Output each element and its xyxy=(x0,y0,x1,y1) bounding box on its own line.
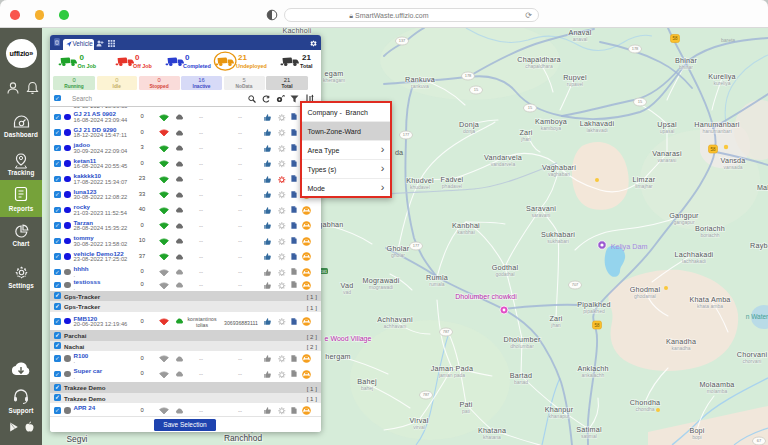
svg-text:godathal: godathal xyxy=(495,271,514,277)
svg-text:jhari: jhari xyxy=(550,322,560,328)
svg-text:khatana: khatana xyxy=(483,434,501,440)
svg-text:Zari: Zari xyxy=(519,128,532,137)
svg-text:15: 15 xyxy=(474,87,479,92)
svg-text:upasal: upasal xyxy=(660,128,675,134)
svg-text:jhari: jhari xyxy=(520,136,530,142)
svg-text:58: 58 xyxy=(672,36,678,41)
svg-text:Vaghabari: Vaghabari xyxy=(542,163,576,172)
svg-text:Gangpur: Gangpur xyxy=(669,211,699,220)
svg-text:Zari: Zari xyxy=(549,314,562,323)
svg-text:15: 15 xyxy=(528,105,533,110)
svg-text:Bopi: Bopi xyxy=(689,426,704,435)
svg-text:707: 707 xyxy=(572,282,579,287)
svg-text:Khatana: Khatana xyxy=(478,426,506,435)
svg-text:donja: donja xyxy=(463,128,475,134)
svg-text:pipalkhed: pipalkhed xyxy=(583,308,605,314)
svg-text:mograwadi: mograwadi xyxy=(369,284,393,290)
svg-text:Keliya Dam: Keliya Dam xyxy=(611,242,648,251)
svg-text:Limzar: Limzar xyxy=(633,175,656,184)
svg-text:Chorvani: Chorvani xyxy=(737,350,768,359)
svg-text:Khanpur: Khanpur xyxy=(545,405,574,414)
svg-text:khudavel: khudavel xyxy=(410,184,430,190)
svg-text:137: 137 xyxy=(399,38,406,43)
svg-text:vaghabari: vaghabari xyxy=(548,171,570,177)
svg-text:Dholumber chowkdi: Dholumber chowkdi xyxy=(455,293,517,300)
svg-text:khanapur: khanapur xyxy=(549,413,570,419)
svg-text:787: 787 xyxy=(423,392,430,397)
svg-text:178: 178 xyxy=(632,46,639,51)
svg-text:e Wood Village: e Wood Village xyxy=(325,335,372,343)
svg-text:hanumanbari: hanumanbari xyxy=(702,128,731,134)
svg-text:hergam: hergam xyxy=(325,352,351,361)
svg-text:67: 67 xyxy=(757,438,762,443)
svg-text:Anaval: Anaval xyxy=(568,28,591,37)
svg-text:rumala: rumala xyxy=(429,281,445,287)
svg-text:Lachhakadi: Lachhakadi xyxy=(675,250,714,259)
svg-text:Bhinar: Bhinar xyxy=(675,56,697,65)
svg-text:Kanadha: Kanadha xyxy=(666,337,696,346)
svg-text:Virval: Virval xyxy=(409,416,428,425)
svg-text:Chapaldhara: Chapaldhara xyxy=(517,55,560,64)
svg-text:egam: egam xyxy=(325,69,344,78)
svg-text:Gholar: Gholar xyxy=(387,244,410,253)
svg-text:Bahej: Bahej xyxy=(357,377,377,386)
svg-text:satimal: satimal xyxy=(581,433,597,439)
svg-text:pati: pati xyxy=(462,408,470,414)
svg-text:177: 177 xyxy=(413,243,420,248)
svg-text:chorvani: chorvani xyxy=(743,358,762,364)
svg-text:vansada: vansada xyxy=(724,164,743,170)
svg-text:Khata Amba: Khata Amba xyxy=(689,295,730,304)
svg-text:kanadha: kanadha xyxy=(671,345,690,351)
svg-text:Khudvel: Khudvel xyxy=(406,176,434,185)
svg-text:Rankuva: Rankuva xyxy=(405,75,435,84)
svg-text:Fadvel: Fadvel xyxy=(441,175,464,184)
svg-text:phadavel: phadavel xyxy=(442,183,462,189)
svg-text:bahej: bahej xyxy=(361,385,373,391)
svg-text:khata amba: khata amba xyxy=(697,303,723,309)
svg-text:vandarvela: vandarvela xyxy=(491,161,516,167)
svg-text:boriachh: boriachh xyxy=(700,232,719,238)
svg-text:Ghodmal: Ghodmal xyxy=(630,285,661,294)
svg-text:saravani: saravani xyxy=(532,212,551,218)
svg-text:bopi: bopi xyxy=(692,434,701,440)
svg-text:ankalachh: ankalachh xyxy=(582,372,605,378)
svg-text:Pati: Pati xyxy=(459,400,472,409)
svg-text:Mal: Mal xyxy=(757,183,768,192)
svg-text:Rumla: Rumla xyxy=(426,273,448,282)
svg-text:n Water: n Water xyxy=(746,313,768,320)
svg-text:rankuva: rankuva xyxy=(411,83,429,89)
svg-text:lachhakadi: lachhakadi xyxy=(682,258,706,264)
svg-text:Dholumber: Dholumber xyxy=(504,335,541,344)
svg-text:bhinar: bhinar xyxy=(679,64,693,70)
svg-text:Satimal: Satimal xyxy=(576,425,602,434)
svg-text:achhavani: achhavani xyxy=(384,323,407,329)
svg-text:Saravani: Saravani xyxy=(526,204,556,213)
svg-text:181: 181 xyxy=(321,270,327,274)
svg-text:limajhar: limajhar xyxy=(635,183,653,189)
svg-text:Anklachh: Anklachh xyxy=(577,364,608,373)
svg-text:ghodamal: ghodamal xyxy=(634,293,656,299)
svg-text:anaval: anaval xyxy=(573,36,588,42)
svg-text:kanbhai: kanbhai xyxy=(457,229,475,235)
svg-text:vad: vad xyxy=(343,289,351,295)
svg-text:15: 15 xyxy=(638,99,643,104)
svg-text:kureliya: kureliya xyxy=(713,80,730,86)
svg-text:Donja: Donja xyxy=(459,120,479,129)
svg-text:molamba: molamba xyxy=(707,388,728,394)
svg-text:rupavel: rupavel xyxy=(567,81,583,87)
svg-text:Upsal: Upsal xyxy=(657,120,677,129)
svg-text:da: da xyxy=(395,148,403,157)
svg-text:dholumbar: dholumbar xyxy=(510,343,534,349)
svg-text:chapaldhara: chapaldhara xyxy=(525,63,553,69)
svg-text:Godthal: Godthal xyxy=(492,263,519,272)
svg-text:Kachholi: Kachholi xyxy=(282,28,311,35)
svg-text:Sukhabari: Sukhabari xyxy=(541,230,575,239)
svg-text:Mograwadi: Mograwadi xyxy=(363,276,400,285)
svg-text:Achhavani: Achhavani xyxy=(377,315,413,324)
svg-text:Pipalkhed: Pipalkhed xyxy=(577,300,610,309)
svg-text:Boriachh: Boriachh xyxy=(695,224,725,233)
svg-text:Bartad: Bartad xyxy=(510,371,532,380)
svg-text:bartad: bartad xyxy=(514,379,528,385)
svg-text:Hanumanbari: Hanumanbari xyxy=(694,120,740,129)
svg-text:vanarasi: vanarasi xyxy=(658,157,677,163)
